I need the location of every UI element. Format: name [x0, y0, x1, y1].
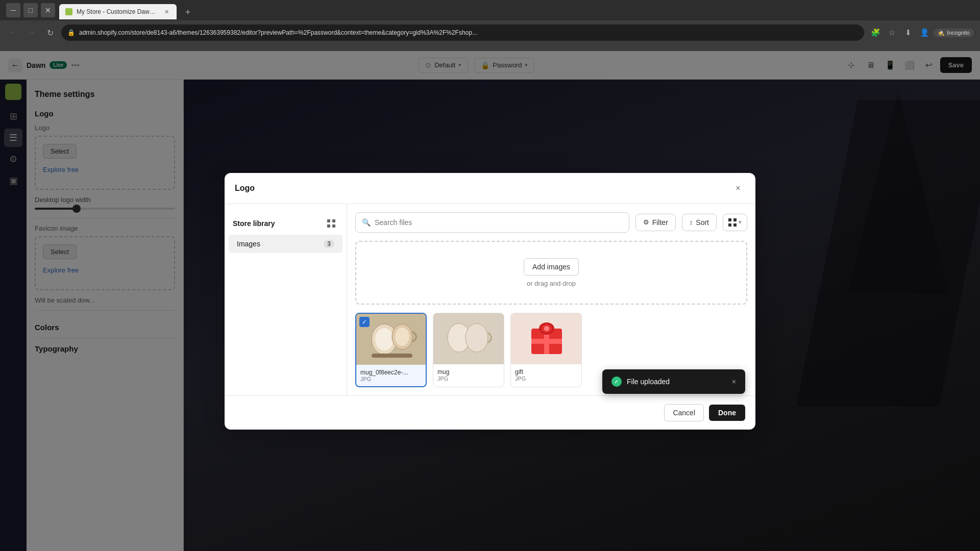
svg-rect-20 — [531, 339, 562, 344]
modal-main: 🔍 ⚙ Filter ↕ Sort — [347, 204, 755, 395]
image-thumb-3 — [511, 313, 582, 364]
reload-button[interactable]: ↻ — [43, 26, 57, 40]
svg-rect-4 — [728, 218, 731, 221]
toast-notification: ✓ File uploaded × — [602, 369, 745, 394]
mug-image-2 — [433, 313, 504, 364]
search-input[interactable] — [375, 218, 623, 227]
tab-title: My Store - Customize Dawn · S... — [77, 8, 158, 15]
maximize-button[interactable]: □ — [23, 3, 38, 17]
image-filename-1: mug_0f8eec2e-... — [360, 369, 422, 376]
image-card-1[interactable]: ✓ mug_0f8eec2e-... JPG — [355, 313, 427, 387]
bookmark-button[interactable]: ☆ — [885, 26, 899, 40]
images-nav-item[interactable]: Images 3 — [229, 235, 342, 253]
image-type-2: JPG — [437, 375, 500, 382]
filter-label: Filter — [652, 218, 668, 227]
toast-check-icon: ✓ — [611, 377, 622, 387]
image-label-3: gift JPG — [511, 364, 581, 386]
image-label-2: mug JPG — [433, 364, 504, 386]
image-filename-3: gift — [515, 368, 577, 375]
drop-zone[interactable]: Add images or drag and drop — [355, 241, 747, 305]
search-wrapper: 🔍 — [355, 212, 629, 233]
images-count-badge: 3 — [324, 240, 334, 248]
image-type-3: JPG — [515, 375, 577, 382]
logo-modal: Logo × Store library — [225, 173, 755, 430]
modal-footer: ✓ File uploaded × Cancel Done — [225, 395, 755, 430]
extensions-button[interactable]: 🧩 — [868, 26, 883, 40]
image-filename-2: mug — [437, 368, 500, 375]
incognito-label: Incognito — [947, 30, 970, 36]
images-nav-label: Images — [237, 240, 260, 248]
store-library-header: Store library — [225, 212, 347, 235]
svg-rect-6 — [728, 223, 731, 227]
modal-sidebar: Store library Images 3 — [225, 204, 347, 395]
modal-body: Store library Images 3 — [225, 204, 755, 395]
window-controls: ─ □ ✕ — [6, 3, 55, 17]
tab-close-button[interactable]: ✕ — [162, 8, 170, 16]
chevron-down-icon: ▾ — [739, 219, 742, 226]
tab-favicon — [65, 8, 72, 15]
drag-drop-label: or drag and drop — [527, 280, 576, 287]
modal-close-button[interactable]: × — [731, 181, 745, 195]
back-button[interactable]: ← — [6, 26, 20, 40]
image-label-1: mug_0f8eec2e-... JPG — [356, 365, 426, 386]
sort-label: Sort — [696, 218, 709, 227]
svg-rect-7 — [733, 223, 737, 227]
modal-header: Logo × — [225, 173, 755, 204]
image-type-1: JPG — [360, 376, 422, 382]
forward-button[interactable]: → — [24, 26, 39, 40]
modal-title: Logo — [235, 184, 255, 193]
svg-rect-13 — [372, 354, 412, 358]
browser-actions: 🧩 ☆ ⬇ 👤 🕵 Incognito — [868, 26, 974, 40]
filter-icon: ⚙ — [643, 218, 649, 226]
add-images-button[interactable]: Add images — [524, 258, 579, 276]
toast-close-button[interactable]: × — [732, 378, 736, 386]
incognito-badge: 🕵 Incognito — [934, 29, 974, 37]
close-button[interactable]: ✕ — [41, 3, 55, 17]
svg-point-23 — [544, 326, 549, 331]
download-button[interactable]: ⬇ — [901, 26, 915, 40]
filter-button[interactable]: ⚙ Filter — [635, 214, 676, 231]
url-text: admin.shopify.com/store/de8143-a6/themes… — [79, 29, 858, 36]
security-icon: 🔒 — [67, 29, 75, 36]
minimize-button[interactable]: ─ — [6, 3, 20, 17]
svg-rect-0 — [327, 219, 330, 222]
gift-image — [511, 313, 582, 364]
cancel-button[interactable]: Cancel — [664, 404, 704, 421]
toast-message: File uploaded — [627, 378, 670, 386]
view-toggle-button[interactable]: ▾ — [723, 214, 747, 231]
new-tab-button[interactable]: + — [181, 5, 195, 19]
sort-icon: ↕ — [690, 218, 693, 226]
svg-rect-3 — [332, 224, 335, 228]
svg-rect-2 — [327, 224, 330, 228]
grid-view-icon — [728, 218, 737, 227]
address-bar[interactable]: 🔒 admin.shopify.com/store/de8143-a6/them… — [61, 24, 864, 41]
modal-toolbar: 🔍 ⚙ Filter ↕ Sort — [355, 212, 747, 233]
grid-view-toggle[interactable] — [324, 216, 338, 231]
svg-rect-5 — [733, 218, 737, 221]
image-thumb-1: ✓ — [356, 314, 427, 365]
selected-checkmark: ✓ — [359, 317, 370, 327]
svg-point-12 — [395, 328, 409, 346]
done-button[interactable]: Done — [709, 405, 745, 421]
profile-button[interactable]: 👤 — [917, 26, 932, 40]
sort-button[interactable]: ↕ Sort — [682, 214, 717, 231]
browser-tab[interactable]: My Store - Customize Dawn · S... ✕ — [59, 4, 177, 19]
modal-overlay: Logo × Store library — [0, 51, 980, 551]
svg-point-16 — [465, 323, 488, 352]
svg-rect-1 — [332, 219, 335, 222]
search-icon: 🔍 — [362, 218, 371, 227]
svg-point-10 — [375, 328, 394, 350]
image-card-3[interactable]: gift JPG — [510, 313, 582, 387]
store-library-label: Store library — [233, 219, 275, 228]
image-card-2[interactable]: mug JPG — [433, 313, 504, 387]
image-thumb-2 — [433, 313, 504, 364]
